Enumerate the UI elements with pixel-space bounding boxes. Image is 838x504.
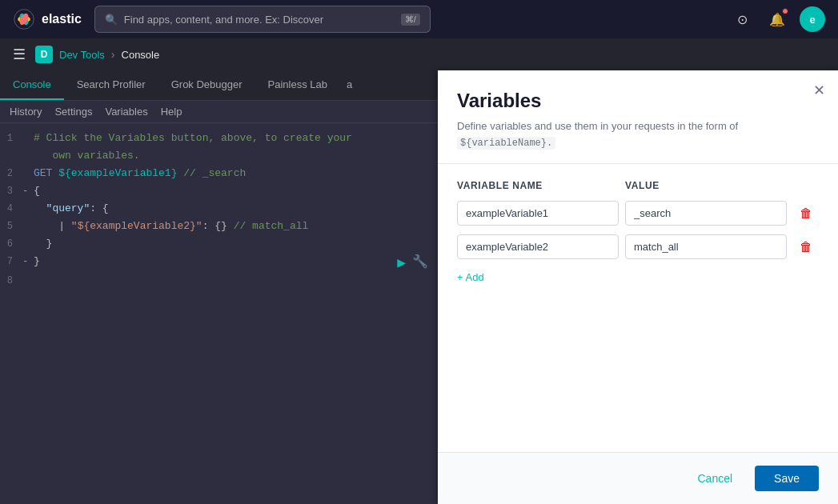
line-number-7: 7 (0, 254, 22, 270)
line-fold-4[interactable] (22, 201, 34, 217)
line-content-6: } (34, 236, 52, 252)
elastic-logo-icon (13, 8, 35, 30)
search-placeholder-text: Find apps, content, and more. Ex: Discov… (124, 14, 395, 26)
line-content-7: } (34, 254, 40, 270)
tab-grok-debugger[interactable]: Grok Debugger (158, 70, 255, 100)
line-content-2: GET ${exampleVariable1} // _search (34, 166, 246, 182)
notification-badge (782, 8, 788, 14)
tab-search-profiler[interactable]: Search Profiler (64, 70, 158, 100)
save-button[interactable]: Save (755, 466, 819, 491)
subtoolbar-variables[interactable]: Variables (105, 106, 147, 118)
workspace-icon[interactable]: D (35, 46, 53, 63)
console-sub-toolbar: History Settings Variables Help (0, 101, 438, 123)
line-content-1: # Click the Variables button, above, to … (34, 130, 352, 146)
line-content-4: "query": { (34, 201, 109, 217)
variables-body: Variable name Value 🗑 🗑 + Add (438, 164, 838, 453)
add-variable-label: + Add (457, 271, 484, 283)
cancel-button[interactable]: Cancel (684, 466, 745, 491)
line-fold-5[interactable] (22, 218, 34, 234)
code-line-7: 7 - } ▶ 🔧 (0, 253, 438, 272)
tab-painless-lab[interactable]: Painless Lab (255, 70, 340, 100)
settings-wrench-icon[interactable]: 🔧 (412, 254, 428, 270)
notifications-icon-btn[interactable]: 🔔 (764, 6, 790, 32)
variables-footer: Cancel Save (438, 452, 838, 504)
variables-column-headers: Variable name Value (457, 180, 819, 191)
variable-value-input-2[interactable] (625, 234, 787, 259)
code-line-4: 4 "query": { (0, 200, 438, 218)
variable-name-input-2[interactable] (457, 234, 619, 259)
top-navigation: elastic 🔍 Find apps, content, and more. … (0, 0, 838, 38)
line-fold-2[interactable] (22, 166, 34, 182)
global-search-bar[interactable]: 🔍 Find apps, content, and more. Ex: Disc… (94, 6, 431, 33)
code-editor[interactable]: 1 # Click the Variables button, above, t… (0, 123, 438, 504)
search-icon: 🔍 (105, 14, 118, 26)
add-variable-button[interactable]: + Add (457, 268, 484, 286)
line-number-5: 5 (0, 218, 22, 234)
hamburger-button[interactable]: ☰ (13, 46, 26, 63)
line-number-3: 3 (0, 183, 22, 199)
delete-variable-1-button[interactable]: 🗑 (793, 201, 819, 226)
variable-row-2: 🗑 (457, 234, 819, 260)
variables-header: Variables Define variables and use them … (438, 70, 838, 164)
tabs-bar: Console Search Profiler Grok Debugger Pa… (0, 70, 438, 101)
line-content-5: | "${exampleVariable2}": {} // match_all (34, 218, 308, 234)
elastic-logo-text: elastic (42, 12, 82, 26)
breadcrumb-current: Console (122, 49, 160, 61)
tab-console[interactable]: Console (0, 70, 64, 100)
breadcrumb-bar: ☰ D Dev Tools › Console (0, 38, 838, 70)
subtoolbar-settings[interactable]: Settings (54, 106, 92, 118)
line-fold-3[interactable]: - (22, 183, 34, 199)
col-header-value: Value (625, 180, 780, 191)
nav-icons: ⊙ 🔔 e (729, 6, 825, 32)
elastic-logo[interactable]: elastic (13, 8, 82, 30)
line-fold-7[interactable]: - (22, 254, 34, 270)
line-number-8: 8 (0, 273, 22, 289)
main-layout: Console Search Profiler Grok Debugger Pa… (0, 70, 838, 504)
variables-title: Variables (457, 90, 819, 112)
subtoolbar-history[interactable]: History (10, 106, 42, 118)
col-header-name: Variable name (457, 180, 612, 191)
line-number-1b (0, 148, 22, 164)
breadcrumb-separator: › (111, 48, 115, 61)
line-fold-8[interactable] (22, 273, 34, 289)
console-panel: Console Search Profiler Grok Debugger Pa… (0, 70, 438, 504)
workspace-label: D (41, 49, 48, 60)
code-line-6: 6 } (0, 235, 438, 253)
line-fold-1[interactable] (22, 130, 34, 146)
code-line-3: 3 - { (0, 182, 438, 200)
description-prefix: Define variables and use them in your re… (457, 120, 738, 132)
variables-panel: ✕ Variables Define variables and use the… (438, 70, 838, 504)
line-number-1: 1 (0, 130, 22, 146)
breadcrumb: D Dev Tools › Console (35, 46, 159, 63)
code-line-1: 1 # Click the Variables button, above, t… (0, 130, 438, 147)
user-avatar[interactable]: e (800, 6, 825, 32)
line-content-3: { (34, 183, 40, 199)
close-button[interactable]: ✕ (813, 83, 825, 98)
line-fold-1b (22, 148, 34, 164)
help-icon: ⊙ (737, 12, 748, 27)
subtoolbar-help[interactable]: Help (161, 106, 182, 118)
line-number-4: 4 (0, 201, 22, 217)
line-number-2: 2 (0, 166, 22, 182)
run-button[interactable]: ▶ (397, 254, 406, 271)
variable-row-1: 🗑 (457, 201, 819, 226)
variables-description: Define variables and use them in your re… (457, 118, 819, 150)
code-line-2: 2 GET ${exampleVariable1} // _search (0, 165, 438, 182)
delete-variable-2-button[interactable]: 🗑 (793, 234, 819, 260)
avatar-text: e (809, 14, 815, 26)
search-shortcut: ⌘/ (401, 14, 420, 26)
line-number-6: 6 (0, 236, 22, 252)
variable-name-input-1[interactable] (457, 201, 619, 226)
variable-value-input-1[interactable] (625, 201, 787, 226)
code-line-5: 5 | "${exampleVariable2}": {} // match_a… (0, 218, 438, 235)
help-icon-btn[interactable]: ⊙ (729, 6, 755, 32)
code-line-8: 8 (0, 272, 438, 290)
line-fold-6[interactable] (22, 236, 34, 252)
description-code: ${variableName}. (457, 137, 555, 150)
devtools-breadcrumb-link[interactable]: Dev Tools (59, 49, 105, 61)
line-content-1b: own variables. (34, 148, 140, 164)
tab-more-btn[interactable]: a (340, 70, 359, 100)
code-line-1b: own variables. (0, 147, 438, 165)
